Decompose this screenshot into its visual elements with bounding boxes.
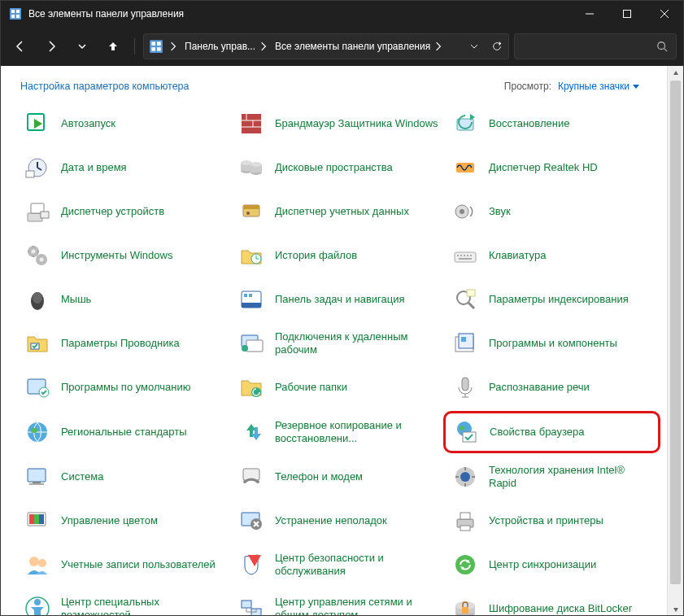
titlebar: Все элементы панели управления [1, 1, 683, 27]
panel-item-color[interactable]: Управление цветом [20, 505, 228, 536]
panel-item-phone[interactable]: Телефон и модем [234, 461, 442, 492]
back-button[interactable] [7, 33, 33, 59]
panel-item-internet[interactable]: Свойства браузера [443, 411, 660, 453]
panel-item-backup[interactable]: Резервное копирование и восстановлени... [234, 416, 442, 448]
mouse-icon [24, 286, 51, 313]
breadcrumb-seg-2[interactable]: Все элементы панели управления [272, 41, 447, 52]
panel-item-remote[interactable]: Подключения к удаленным рабочим [234, 328, 442, 359]
vertical-scrollbar[interactable] [667, 66, 683, 616]
panel-item-autoplay[interactable]: Автозапуск [20, 108, 228, 139]
breadcrumb-seg-1[interactable]: Панель управ... [181, 41, 272, 52]
panel-item-access[interactable]: Центр специальных возможностей [20, 593, 228, 616]
search-input[interactable] [514, 33, 677, 59]
remote-icon [237, 330, 265, 357]
panel-item-firewall[interactable]: Брандмауэр Защитника Windows [234, 108, 442, 139]
panel-item-label: Автозапуск [61, 117, 115, 130]
panel-item-security[interactable]: Центр безопасности и обслуживания [234, 549, 442, 580]
panel-item-label: Центр синхронизации [489, 558, 596, 571]
indexing-icon [451, 286, 479, 313]
speech-icon [451, 374, 479, 401]
svg-rect-105 [16, 15, 20, 18]
panel-item-label: Клавиатура [489, 249, 546, 262]
panel-item-bitlocker[interactable]: Шифрование диска BitLocker [448, 593, 656, 616]
panel-item-region[interactable]: Региональные стандарты [20, 416, 228, 448]
panel-item-network[interactable]: Центр управления сетями и общим доступом [234, 593, 442, 616]
refresh-button[interactable] [486, 35, 508, 58]
panel-item-defaults[interactable]: Программы по умолчанию [20, 372, 228, 403]
panel-item-label: Инструменты Windows [61, 249, 172, 262]
realtek-icon [451, 154, 479, 181]
panel-item-trouble[interactable]: Устранение неполадок [234, 505, 442, 536]
panel-item-sync[interactable]: Центр синхронизации [448, 549, 656, 580]
navbar: Панель управ... Все элементы панели упра… [1, 27, 683, 66]
printers-icon [451, 507, 479, 535]
breadcrumb[interactable]: Панель управ... Все элементы панели упра… [143, 33, 509, 59]
programs-icon [451, 330, 479, 357]
panel-item-intel[interactable]: Технология хранения Intel® Rapid [448, 461, 656, 492]
panel-item-label: Дата и время [61, 161, 127, 174]
forward-button[interactable] [38, 33, 64, 59]
panel-item-label: Технология хранения Intel® Rapid [489, 464, 652, 491]
panel-item-indexing[interactable]: Параметры индексирования [448, 284, 656, 315]
maximize-button[interactable] [608, 1, 646, 27]
close-button[interactable] [646, 1, 683, 27]
firewall-icon [237, 110, 265, 138]
explorer-icon [24, 330, 51, 357]
panel-item-label: Мышь [61, 293, 91, 306]
scroll-down-button[interactable] [668, 602, 683, 616]
defaults-icon [24, 374, 51, 401]
view-selector[interactable]: Крупные значки [558, 81, 639, 92]
panel-item-label: Распознавание речи [489, 381, 590, 394]
svg-rect-102 [11, 10, 15, 13]
panel-item-realtek[interactable]: Диспетчер Realtek HD [448, 152, 656, 183]
users-icon [24, 551, 51, 579]
breadcrumb-dropdown-button[interactable] [463, 35, 486, 58]
panel-item-label: Брандмауэр Защитника Windows [275, 117, 438, 130]
panel-item-label: Панель задач и навигация [275, 293, 405, 306]
panel-item-tools[interactable]: Инструменты Windows [20, 240, 228, 271]
system-icon [24, 463, 51, 491]
clock-icon [24, 154, 51, 181]
panel-item-device-mgr[interactable]: Диспетчер устройств [20, 196, 228, 227]
access-icon [24, 595, 51, 616]
intel-icon [451, 463, 479, 491]
panel-item-programs[interactable]: Программы и компоненты [448, 328, 656, 359]
content-area: Настройка параметров компьютера Просмотр… [1, 66, 667, 616]
view-label: Просмотр: [504, 81, 551, 92]
sound-icon [451, 198, 479, 225]
panel-item-taskbar[interactable]: Панель задач и навигация [234, 284, 442, 315]
panel-item-printers[interactable]: Устройства и принтеры [448, 505, 656, 536]
panel-item-creds[interactable]: Диспетчер учетных данных [234, 196, 442, 227]
scroll-thumb[interactable] [670, 81, 681, 584]
window-title: Все элементы панели управления [28, 8, 571, 20]
panel-item-speech[interactable]: Распознавание речи [448, 372, 656, 403]
bitlocker-icon [451, 595, 479, 616]
app-icon [9, 7, 22, 20]
svg-marker-118 [633, 85, 639, 89]
panel-item-users[interactable]: Учетные записи пользователей [20, 549, 228, 580]
panel-item-keyboard[interactable]: Клавиатура [448, 240, 656, 271]
panel-item-system[interactable]: Система [20, 461, 228, 492]
recovery-icon [451, 110, 479, 138]
page-title: Настройка параметров компьютера [20, 81, 189, 92]
panel-item-workfolders[interactable]: Рабочие папки [234, 372, 442, 403]
up-button[interactable] [100, 33, 126, 59]
panel-item-clock[interactable]: Дата и время [20, 152, 228, 183]
scroll-up-button[interactable] [668, 66, 683, 81]
panel-item-label: Дисковые пространства [275, 161, 393, 174]
svg-rect-107 [624, 11, 631, 18]
internet-icon [452, 418, 480, 446]
device-mgr-icon [24, 198, 51, 225]
region-icon [24, 418, 51, 446]
panel-item-storage[interactable]: Дисковые пространства [234, 152, 442, 183]
panel-item-mouse[interactable]: Мышь [20, 284, 228, 315]
panel-item-explorer[interactable]: Параметры Проводника [20, 328, 228, 359]
recent-locations-button[interactable] [69, 33, 95, 59]
panel-item-recovery[interactable]: Восстановление [448, 108, 656, 139]
panel-item-label: Программы по умолчанию [61, 381, 190, 394]
panel-item-sound[interactable]: Звук [448, 196, 656, 227]
minimize-button[interactable] [571, 1, 608, 27]
breadcrumb-root-icon[interactable] [149, 39, 163, 54]
autoplay-icon [24, 110, 51, 138]
panel-item-file-hist[interactable]: История файлов [234, 240, 442, 271]
